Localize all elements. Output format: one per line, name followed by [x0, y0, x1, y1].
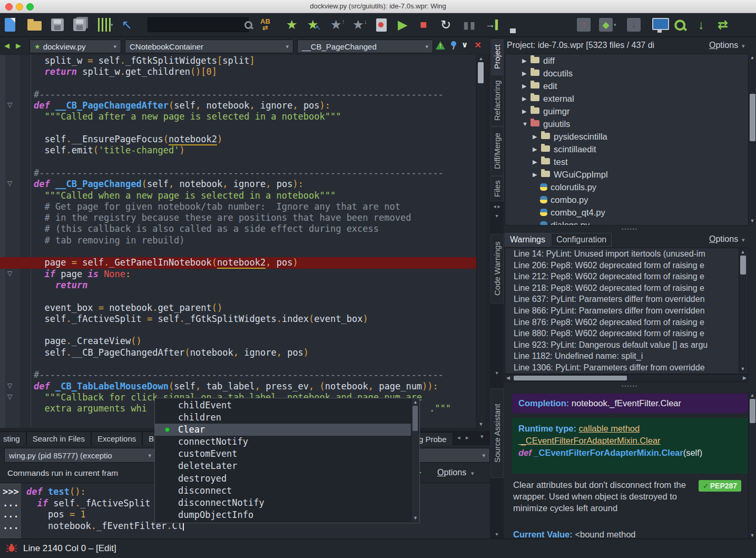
tree-vscrollbar[interactable]: ▲ ▼	[748, 54, 756, 224]
scroll-thumb[interactable]	[750, 399, 755, 423]
chevron-collapsed-icon[interactable]: ▶	[522, 54, 526, 67]
vtab-project[interactable]: Project	[490, 39, 504, 75]
scroll-left-icon[interactable]: ◀	[506, 375, 510, 380]
tab-warnings[interactable]: Warnings	[505, 233, 551, 247]
pause-icon[interactable]: ▮▮	[463, 13, 476, 36]
fold-marker-icon[interactable]: ▽	[7, 393, 12, 400]
warning-item[interactable]: Line 218: Pep8: W602 deprecated form of …	[505, 282, 748, 294]
debug-record-icon[interactable]	[376, 13, 387, 36]
completion-item-disconnectNotify[interactable]: disconnectNotify	[155, 497, 411, 509]
code-editor[interactable]: ▽▽▽▽▽ split_w = self._fGtkSplitWidgets[s…	[0, 55, 485, 428]
probe-options-button[interactable]: Options	[437, 468, 466, 477]
bookmark-icon[interactable]: ★	[286, 13, 298, 36]
panel-splitter[interactable]: ••••••	[504, 227, 756, 232]
replace-icon[interactable]: AB⇄	[260, 13, 270, 36]
warning-item[interactable]: Line 866: PyLint: Parameters differ from…	[505, 305, 748, 317]
tree-item-edit[interactable]: ▶edit	[505, 80, 749, 92]
completion-item-disconnect[interactable]: disconnect	[155, 485, 411, 497]
tree-item-scintillaedit[interactable]: ▶scintillaedit	[505, 143, 749, 155]
warnings-options-button[interactable]: Options	[709, 234, 738, 244]
tree-item-combo.py[interactable]: combo.py	[505, 193, 749, 206]
popup-vscrollbar[interactable]: ▲ ▼	[411, 398, 419, 522]
search-icon[interactable]	[244, 13, 252, 36]
scroll-down-icon[interactable]: ▼	[739, 366, 747, 371]
scroll-down-icon[interactable]: ▼	[749, 533, 756, 538]
bookmark-next-icon[interactable]: ★↓	[352, 13, 367, 36]
goto-icon[interactable]: ↓	[698, 13, 704, 36]
chevron-collapsed-icon[interactable]: ▶	[522, 67, 526, 80]
chevron-collapsed-icon[interactable]: ▶	[533, 155, 537, 168]
vtab-source-assistant[interactable]: Source Assistant	[490, 388, 504, 478]
scroll-down-icon[interactable]: ▼	[477, 422, 485, 427]
tree-item-docutils[interactable]: ▶docutils	[505, 67, 749, 80]
run-to-cursor-icon[interactable]: ◆▾	[599, 13, 616, 36]
scope-dropdown[interactable]: CNotebookContainer ▾	[125, 40, 293, 53]
scroll-up-icon[interactable]: ▲	[739, 249, 747, 254]
scroll-up-icon[interactable]: ▲	[411, 399, 419, 405]
warning-item[interactable]: Line 1182: Undefined name: split_i	[505, 350, 748, 362]
warnings-indicator-icon[interactable]: !	[436, 41, 445, 50]
completion-item-connectNotify[interactable]: connectNotify	[155, 436, 411, 448]
chevron-collapsed-icon[interactable]: ▶	[522, 105, 526, 118]
vtab-files[interactable]: Files	[490, 176, 504, 201]
frame-down-icon[interactable]: ↓	[627, 13, 641, 36]
completion-item-Clear[interactable]: Clear	[155, 424, 411, 436]
nav-back-icon[interactable]: ◀	[4, 42, 9, 50]
completion-item-childEvent[interactable]: childEvent	[155, 399, 411, 412]
warning-item[interactable]: Line 923: PyLint: Dangerous default valu…	[505, 339, 748, 351]
editor-vscrollbar[interactable]: ▲ ▼	[476, 55, 485, 428]
tree-item-guiutils[interactable]: ▼guiutils	[505, 118, 749, 130]
debug-process-dropdown[interactable]: wing.py (pid 85777) (exceptio ▾	[4, 448, 156, 463]
profiler-icon[interactable]: ▾	[98, 13, 113, 36]
warnings-hscrollbar[interactable]: ◀ ▶	[505, 374, 748, 382]
vtab-code-warnings[interactable]: Code Warnings	[490, 234, 504, 304]
frame-up-icon[interactable]: ↑	[577, 13, 591, 36]
tab-scroll-left-icon[interactable]: ◂ ▸	[490, 203, 504, 209]
tab-menu-icon[interactable]: ▾	[490, 370, 504, 376]
scroll-thumb[interactable]	[413, 406, 418, 431]
warning-item[interactable]: Line 1306: PyLint: Parameters differ fro…	[505, 362, 748, 374]
tree-item-combo_qt4.py[interactable]: combo_qt4.py	[505, 206, 749, 219]
chevron-collapsed-icon[interactable]: ▶	[533, 168, 537, 181]
completion-item-destroyed[interactable]: destroyed	[155, 473, 411, 485]
scroll-thumb[interactable]	[750, 94, 755, 141]
tree-item-dialogs.py[interactable]: dialogs.py	[505, 219, 749, 226]
warning-item[interactable]: Line 212: Pep8: W602 deprecated form of …	[505, 271, 748, 282]
chevron-expanded-icon[interactable]: ▼	[522, 118, 528, 130]
refresh-icon[interactable]: ⇄	[718, 13, 728, 36]
scroll-up-icon[interactable]: ▲	[749, 393, 756, 398]
tree-item-WGuiCppImpl[interactable]: ▶WGuiCppImpl	[505, 168, 749, 181]
close-editor-icon[interactable]: ×	[475, 38, 481, 51]
tab-menu-icon[interactable]: ▾	[480, 433, 484, 440]
nav-forward-icon[interactable]: ▶	[16, 42, 21, 50]
tree-item-guimgr[interactable]: ▶guimgr	[505, 105, 749, 118]
fold-marker-icon[interactable]: ▽	[7, 382, 12, 389]
code-search-icon[interactable]	[676, 13, 683, 36]
open-folder-icon[interactable]	[27, 13, 42, 36]
warnings-vscrollbar[interactable]: ▲ ▼	[739, 248, 747, 373]
scroll-down-icon[interactable]: ▼	[749, 218, 756, 223]
tree-item-diff[interactable]: ▶diff	[505, 54, 749, 67]
run-icon[interactable]: ▶	[398, 13, 407, 36]
assistant-vscrollbar[interactable]: ▲ ▼	[748, 391, 756, 539]
warning-item[interactable]: Line 637: PyLint: Parameters differ from…	[505, 293, 748, 305]
bookmark-prev-icon[interactable]: ★↑	[330, 13, 345, 36]
tab-configuration[interactable]: Configuration	[551, 233, 612, 247]
save-icon[interactable]	[51, 13, 64, 36]
restart-icon[interactable]: ↻	[440, 13, 451, 36]
tab-menu-icon[interactable]: ▾	[490, 531, 504, 537]
tab-search-in-files[interactable]: Search in Files	[26, 432, 91, 446]
project-options-button[interactable]: Options	[709, 41, 738, 50]
stop-icon[interactable]: ■	[420, 13, 427, 36]
pin-icon[interactable]	[450, 41, 457, 50]
warning-item[interactable]: Line 880: Pep8: W602 deprecated form of …	[505, 328, 748, 339]
tab-scroll-left-icon[interactable]: ◂	[457, 434, 460, 441]
scroll-thumb[interactable]	[740, 256, 746, 275]
tab-sting[interactable]: sting	[0, 432, 26, 446]
file-dropdown[interactable]: ★ dockview.py ▾	[30, 40, 121, 53]
scroll-right-icon[interactable]: ▶	[743, 375, 747, 380]
tree-item-test[interactable]: ▶test	[505, 155, 749, 168]
symbol-dropdown[interactable]: __CB_PageChanged ▾	[297, 40, 433, 53]
vtab-refactoring[interactable]: Refactoring	[490, 75, 504, 126]
tab-scroll-right-icon[interactable]: ▸	[466, 434, 469, 441]
